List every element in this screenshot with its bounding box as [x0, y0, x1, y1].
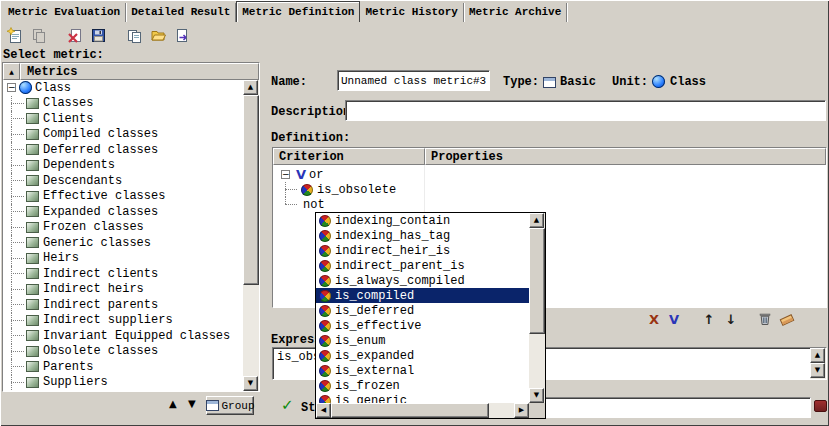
move-up-icon[interactable]: [701, 311, 717, 327]
tree-item-label: Classes: [43, 96, 93, 110]
tree-scroll-up[interactable]: [243, 80, 258, 95]
delete-criterion-icon[interactable]: [757, 311, 773, 327]
tree-item[interactable]: Frozen classes: [3, 220, 243, 236]
open-archive-icon[interactable]: [148, 25, 168, 45]
or-criterion-icon[interactable]: [666, 311, 682, 327]
expression-scroll-up[interactable]: [810, 348, 825, 363]
group-button[interactable]: Group: [206, 396, 254, 415]
collapse-icon[interactable]: [7, 83, 16, 92]
dropdown-item[interactable]: indirect_heir_is: [316, 243, 529, 258]
dropdown-item[interactable]: indirect_parent_is: [316, 258, 529, 273]
import-metrics-icon[interactable]: [124, 25, 144, 45]
tree-item-label: Indirect clients: [43, 267, 158, 281]
criterion-column-header[interactable]: Criterion: [273, 148, 425, 165]
tree-item[interactable]: Effective classes: [3, 189, 243, 205]
tree-item[interactable]: Indirect suppliers: [3, 313, 243, 329]
tree-item[interactable]: Dependents: [3, 158, 243, 174]
dropdown-item-label: indirect_parent_is: [335, 259, 465, 273]
tree-item[interactable]: Obsolete classes: [3, 344, 243, 360]
definition-row-is-obsolete[interactable]: is_obsolete: [273, 182, 826, 197]
tree-item[interactable]: Suppliers: [3, 375, 243, 391]
tree-connector: [11, 127, 26, 143]
expression-scroll-down[interactable]: [810, 363, 825, 378]
tab[interactable]: Metric Archive: [464, 3, 567, 22]
tree-connector: [11, 173, 26, 189]
dropdown-item[interactable]: is_effective: [316, 318, 529, 333]
dropdown-item[interactable]: is_generic: [316, 393, 529, 403]
dropdown-item[interactable]: is_compiled: [316, 288, 529, 303]
collapse-icon[interactable]: [281, 170, 290, 179]
tree-connector: [11, 282, 26, 298]
tree-item[interactable]: Indirect clients: [3, 266, 243, 282]
sort-asc-button[interactable]: [3, 63, 20, 80]
dropdown-scroll-down[interactable]: [529, 388, 544, 403]
dropdown-item[interactable]: is_enum: [316, 333, 529, 348]
tree-item[interactable]: Compiled classes: [3, 127, 243, 143]
tab[interactable]: Metric Evaluation: [3, 3, 126, 22]
tree-header: Metrics: [3, 63, 259, 80]
description-input[interactable]: [345, 100, 826, 121]
tab[interactable]: Metric History: [360, 3, 463, 22]
tab[interactable]: Detailed Result: [126, 3, 236, 22]
dropdown-item-label: is_deferred: [335, 304, 414, 318]
definition-row-not[interactable]: not: [273, 197, 826, 212]
dropdown-item[interactable]: is_deferred: [316, 303, 529, 318]
dropdown-item[interactable]: is_always_compiled: [316, 273, 529, 288]
dropdown-vscroll-track[interactable]: [529, 334, 545, 388]
criterion-ball-icon: [319, 290, 331, 302]
move-down-icon[interactable]: [723, 311, 739, 327]
tree-header-metrics[interactable]: Metrics: [20, 63, 259, 80]
definition-row-or[interactable]: or: [273, 167, 826, 182]
copy-metric-icon[interactable]: [28, 25, 48, 45]
tree-scroll-down[interactable]: [243, 376, 258, 391]
tree-item[interactable]: Indirect parents: [3, 297, 243, 313]
export-metrics-icon[interactable]: [172, 25, 192, 45]
tree-scroll-thumb[interactable]: [243, 95, 259, 285]
tree-connector: [11, 189, 26, 205]
tree-root-class[interactable]: Class: [3, 80, 243, 96]
note-icon[interactable]: [814, 400, 827, 412]
criterion-ball-icon: [301, 184, 313, 196]
down-triangle-icon: [248, 380, 253, 387]
tree-item[interactable]: Descendants: [3, 173, 243, 189]
criterion-ball-icon: [319, 275, 331, 287]
dropdown-hscroll-thumb[interactable]: [331, 403, 489, 418]
up-triangle-icon: [815, 352, 820, 359]
dropdown-scroll-left[interactable]: [316, 403, 331, 418]
move-metric-down-button[interactable]: [188, 399, 196, 409]
tree-item[interactable]: Classes: [3, 96, 243, 112]
properties-column-header[interactable]: Properties: [425, 148, 826, 165]
tree-scroll-track[interactable]: [243, 285, 259, 376]
name-input[interactable]: [337, 70, 490, 91]
class-unit-icon: [19, 81, 32, 94]
and-criterion-icon[interactable]: [646, 311, 662, 327]
dropdown-vscrollbar: [529, 213, 545, 403]
save-metric-icon[interactable]: [88, 25, 108, 45]
tree-item[interactable]: Indirect heirs: [3, 282, 243, 298]
dropdown-item[interactable]: indexing_has_tag: [316, 228, 529, 243]
tree-item-label: Obsolete classes: [43, 344, 158, 358]
criterion-ball-icon: [319, 365, 331, 377]
dropdown-item[interactable]: indexing_contain: [316, 213, 529, 228]
dropdown-scroll-right[interactable]: [514, 403, 529, 418]
dropdown-vscroll-thumb[interactable]: [529, 228, 545, 334]
tree-item[interactable]: Parents: [3, 359, 243, 375]
metric-icon: [26, 346, 39, 357]
new-metric-icon[interactable]: [4, 25, 24, 45]
dropdown-scroll-up[interactable]: [529, 213, 544, 228]
tree-item[interactable]: Expanded classes: [3, 204, 243, 220]
delete-metric-icon[interactable]: [64, 25, 84, 45]
tab[interactable]: Metric Definition: [236, 1, 360, 22]
move-metric-up-button[interactable]: [169, 399, 177, 409]
tree-item[interactable]: Heirs: [3, 251, 243, 267]
dropdown-hscroll-track[interactable]: [489, 403, 514, 418]
tree-item-label: Indirect heirs: [43, 282, 144, 296]
eraser-icon[interactable]: [779, 311, 795, 327]
tree-item[interactable]: Invariant Equipped classes: [3, 328, 243, 344]
tree-item[interactable]: Clients: [3, 111, 243, 127]
tree-item[interactable]: Deferred classes: [3, 142, 243, 158]
dropdown-item[interactable]: is_frozen: [316, 378, 529, 393]
dropdown-item[interactable]: is_expanded: [316, 348, 529, 363]
tree-item[interactable]: Generic classes: [3, 235, 243, 251]
dropdown-item[interactable]: is_external: [316, 363, 529, 378]
